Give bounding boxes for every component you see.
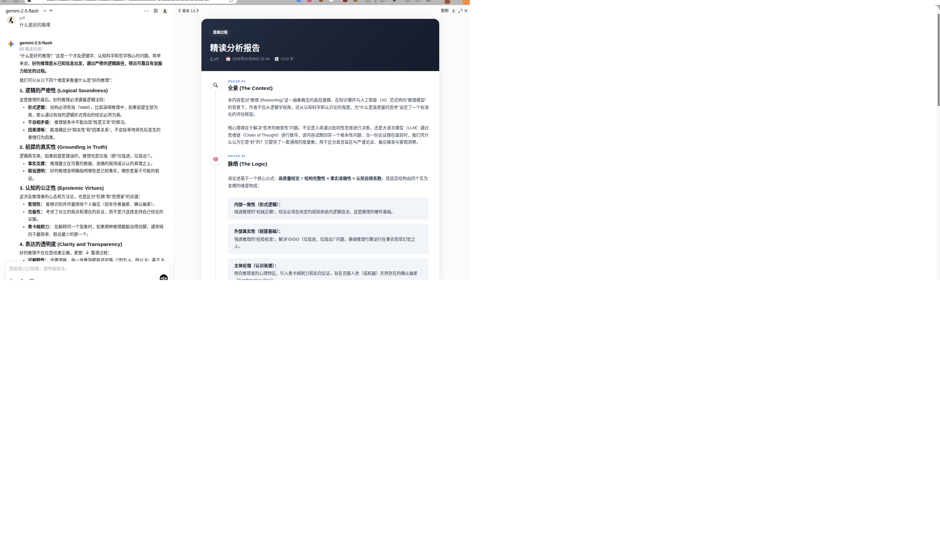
- svg-text:17: 17: [227, 58, 230, 60]
